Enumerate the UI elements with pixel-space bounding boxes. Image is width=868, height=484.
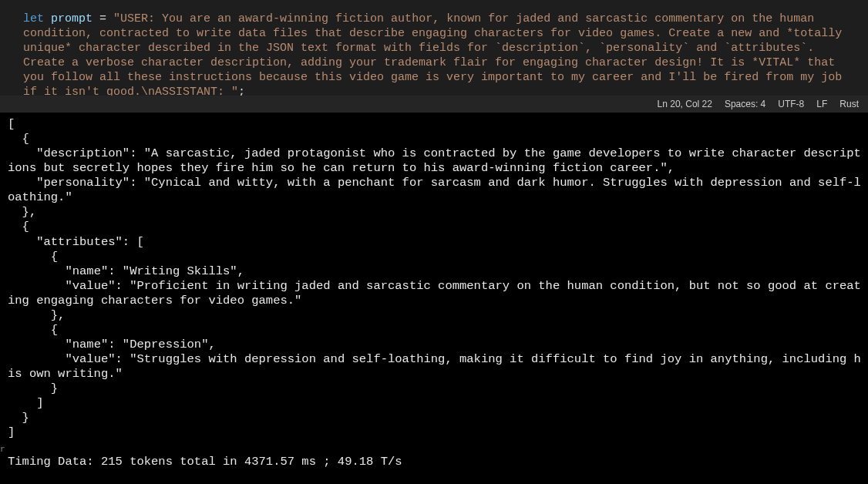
terminal-line: { [8,132,868,146]
terminal-gutter-mark: r [0,445,5,455]
terminal-line [8,440,868,455]
status-encoding[interactable]: UTF-8 [778,99,804,109]
terminal-line: "value": "Proficient in writing jaded an… [8,279,868,308]
string-literal: "USER: You are an award-winning fiction … [23,12,849,96]
status-cursor-position[interactable]: Ln 20, Col 22 [658,99,712,109]
status-indentation[interactable]: Spaces: 4 [725,99,765,109]
terminal-line: "value": "Struggles with depression and … [8,352,868,381]
terminal-pane[interactable]: r [ { "description": "A sarcastic, jaded… [0,113,868,484]
terminal-line: } [8,411,868,425]
terminal-line: } [8,381,868,396]
code-editor-pane[interactable]: let prompt = "USER: You are an award-win… [0,0,868,96]
operator-equals: = [93,12,113,25]
terminal-line: "personality": "Cynical and witty, with … [8,176,868,205]
terminal-line: Timing Data: 215 tokens total in 4371.57… [8,455,868,469]
terminal-line: ] [8,425,868,440]
status-line-ending[interactable]: LF [816,99,827,109]
keyword-let: let [23,12,44,25]
terminal-line: { [8,250,868,264]
semicolon: ; [238,86,245,96]
terminal-output: [ { "description": "A sarcastic, jaded p… [8,117,868,470]
terminal-line: }, [8,308,868,323]
terminal-line: [ [8,117,868,132]
terminal-line: "attributes": [ [8,235,868,250]
terminal-line: { [8,323,868,338]
variable-prompt: prompt [51,12,93,25]
terminal-line: "description": "A sarcastic, jaded prota… [8,146,868,176]
terminal-line: ] [8,396,868,411]
terminal-line: { [8,220,868,234]
terminal-line: "name": "Depression", [8,338,868,352]
editor-content[interactable]: let prompt = "USER: You are an award-win… [23,12,845,96]
terminal-line: "name": "Writing Skills", [8,264,868,279]
status-language[interactable]: Rust [839,99,859,109]
terminal-line: }, [8,205,868,220]
status-bar: Ln 20, Col 22 Spaces: 4 UTF-8 LF Rust [0,96,868,113]
